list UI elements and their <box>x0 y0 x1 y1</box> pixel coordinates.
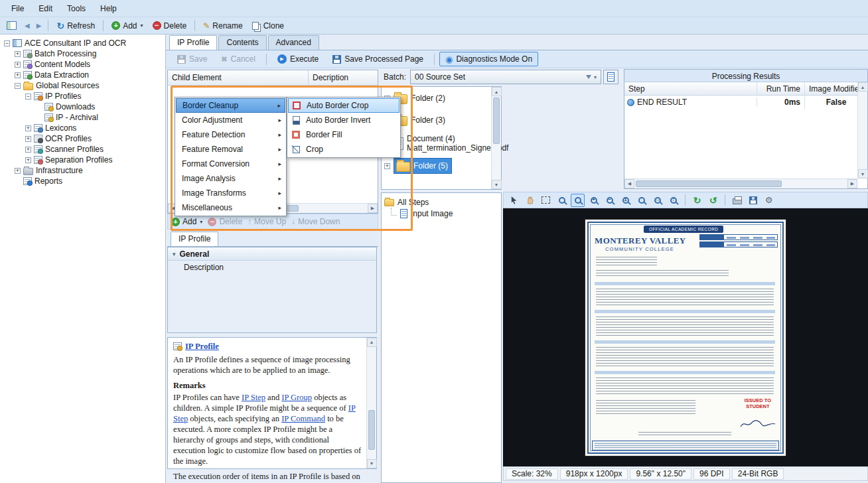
tree-item-content-models[interactable]: + Content Models <box>0 59 165 70</box>
tab-contents[interactable]: Contents <box>218 35 266 50</box>
menu-item-border-cleanup[interactable]: Border Cleanup▸ <box>176 98 285 113</box>
scroll-right-icon[interactable]: ▶ <box>847 179 857 188</box>
help-link-ip-step[interactable]: IP Step <box>242 393 265 402</box>
input-image-row[interactable]: Input Image <box>384 208 498 219</box>
menu-file[interactable]: File <box>4 1 31 17</box>
batch-tree-row-folder-5[interactable]: + Folder (5) <box>384 158 452 174</box>
scroll-up-icon[interactable]: ▲ <box>367 338 377 347</box>
results-vertical-scrollbar[interactable]: ▲ ▼ <box>857 82 867 178</box>
expand-icon[interactable]: + <box>15 168 21 174</box>
rotate-icon[interactable]: ↺ <box>706 194 720 207</box>
submenu-item-auto-border-invert[interactable]: Auto Border Invert <box>288 113 399 127</box>
batch-tree-scrollbar[interactable]: ▲ ▼ <box>491 87 501 189</box>
collapse-icon[interactable]: − <box>4 40 10 46</box>
zoom-out-icon[interactable]: − <box>603 194 616 207</box>
submenu-item-crop[interactable]: Crop <box>288 142 399 157</box>
save-button[interactable]: Save <box>171 52 213 66</box>
scroll-up-icon[interactable]: ▲ <box>492 87 502 96</box>
menu-item-image-transforms[interactable]: Image Transforms▸ <box>176 186 285 200</box>
tree-item-scanner-profiles[interactable]: + Scanner Profiles <box>0 144 165 155</box>
scroll-thumb[interactable] <box>493 98 500 144</box>
tree-item-separation-profiles[interactable]: + Separation Profiles <box>0 155 165 165</box>
menu-item-feature-removal[interactable]: Feature Removal▸ <box>176 142 285 157</box>
tree-item-lexicons[interactable]: + Lexicons <box>0 123 165 133</box>
property-section-general[interactable]: ▾ General <box>168 247 376 261</box>
column-run-time[interactable]: Run Time <box>757 82 805 95</box>
menu-item-feature-detection[interactable]: Feature Detection▸ <box>176 127 285 142</box>
help-title-link[interactable]: IP Profile <box>185 341 219 352</box>
zoom-height-icon[interactable]: ↕ <box>666 194 680 207</box>
zoom-fit-icon[interactable] <box>634 194 648 207</box>
diagnostics-mode-button[interactable]: ◉ Diagnostics Mode On <box>439 52 538 66</box>
result-row-end-result[interactable]: END RESULT 0ms False <box>624 96 867 109</box>
step-delete-button[interactable]: − Delete <box>208 217 242 226</box>
expand-icon[interactable]: + <box>25 136 31 142</box>
add-button[interactable]: + Add ▾ <box>108 20 147 32</box>
move-up-button[interactable]: ↑ Move Up <box>248 217 286 226</box>
menu-item-miscellaneous[interactable]: Miscellaneous▸ <box>176 200 285 215</box>
column-description[interactable]: Decription <box>309 70 378 85</box>
refresh-button[interactable]: ↻ Refresh <box>52 20 99 32</box>
save-processed-page-button[interactable]: Save Processed Page <box>326 52 429 66</box>
submenu-item-border-fill[interactable]: Border Fill <box>288 127 399 142</box>
column-step[interactable]: Step <box>624 82 757 95</box>
expand-icon[interactable]: + <box>15 72 21 78</box>
marquee-select-icon[interactable] <box>539 194 553 207</box>
results-horizontal-scrollbar[interactable]: ◀ ▶ <box>624 178 857 188</box>
step-add-button[interactable]: + Add ▾ <box>171 217 202 226</box>
help-link-ip-command[interactable]: IP Command <box>281 414 325 423</box>
viewer-canvas[interactable]: OFFICIAL ACADEMIC RECORD MONTEREY VALLEY… <box>503 208 868 466</box>
expand-icon[interactable]: + <box>25 147 31 153</box>
tree-item-data-extraction[interactable]: + Data Extraction <box>0 70 165 80</box>
scroll-thumb[interactable] <box>636 180 782 187</box>
layout-toggle-button[interactable] <box>3 20 21 31</box>
menu-help[interactable]: Help <box>93 1 124 17</box>
selected-node[interactable]: Folder (5) <box>394 158 452 174</box>
batch-view-button[interactable] <box>603 70 618 84</box>
viewer-settings-icon[interactable]: ⚙ <box>762 194 776 207</box>
scroll-thumb[interactable] <box>368 410 375 450</box>
batch-dropdown[interactable]: 00 Source Set ▾ <box>410 70 601 84</box>
tree-item-reports[interactable]: Reports <box>0 176 165 186</box>
tree-item-root[interactable]: − ACE Consultant IP and OCR <box>0 38 165 48</box>
menu-edit[interactable]: Edit <box>31 1 60 17</box>
tree-item-global-resources[interactable]: − Global Resources <box>0 80 165 91</box>
delete-button[interactable]: − Delete <box>149 20 191 32</box>
tree-item-ip-profiles[interactable]: − IP Profiles <box>0 91 165 102</box>
back-button[interactable]: ◀ <box>22 21 33 31</box>
help-vertical-scrollbar[interactable]: ▲ ▼ <box>366 338 376 468</box>
tree-item-downloads[interactable]: Downloads <box>0 102 165 112</box>
menu-item-image-analysis[interactable]: Image Analysis▸ <box>176 171 285 186</box>
zoom-region-icon[interactable] <box>571 194 585 207</box>
collapse-icon[interactable]: − <box>25 94 31 100</box>
scroll-left-icon[interactable]: ◀ <box>624 179 634 188</box>
property-row-description[interactable]: Description <box>168 261 376 274</box>
menu-item-format-conversion[interactable]: Format Conversion▸ <box>176 157 285 171</box>
scroll-up-icon[interactable]: ▲ <box>858 82 868 92</box>
move-down-button[interactable]: ↓ Move Down <box>291 217 340 226</box>
scroll-down-icon[interactable]: ▼ <box>367 459 377 468</box>
scroll-right-icon[interactable]: ▶ <box>368 204 378 213</box>
zoom-actual-icon[interactable]: 1 <box>618 194 632 207</box>
save-image-icon[interactable] <box>746 194 760 207</box>
refresh-view-icon[interactable]: ↻ <box>690 194 704 207</box>
expand-icon[interactable]: + <box>25 125 31 131</box>
tree-item-ip-archival[interactable]: IP - Archival <box>0 112 165 123</box>
expand-icon[interactable]: + <box>25 157 31 163</box>
submenu-item-auto-border-crop[interactable]: Auto Border Crop <box>288 98 399 113</box>
print-icon[interactable] <box>730 194 744 207</box>
collapse-icon[interactable]: − <box>15 83 21 89</box>
clone-button[interactable]: Clone <box>248 20 288 32</box>
menu-tools[interactable]: Tools <box>60 1 93 17</box>
zoom-width-icon[interactable]: ↔ <box>650 194 664 207</box>
tree-item-infrastructure[interactable]: + Infrastructure <box>0 165 165 176</box>
scroll-down-icon[interactable]: ▼ <box>492 180 502 189</box>
rename-button[interactable]: ✎ Rename <box>199 20 246 32</box>
cancel-button[interactable]: ✖ Cancel <box>215 52 261 66</box>
tab-ip-profile-lower[interactable]: IP Profile <box>171 232 218 246</box>
expand-icon[interactable]: + <box>15 51 21 57</box>
expand-icon[interactable]: + <box>384 163 390 169</box>
tab-ip-profile[interactable]: IP Profile <box>169 35 217 50</box>
column-child-element[interactable]: Child Element <box>168 70 309 85</box>
menu-item-color-adjustment[interactable]: Color Adjustment▸ <box>176 113 285 127</box>
